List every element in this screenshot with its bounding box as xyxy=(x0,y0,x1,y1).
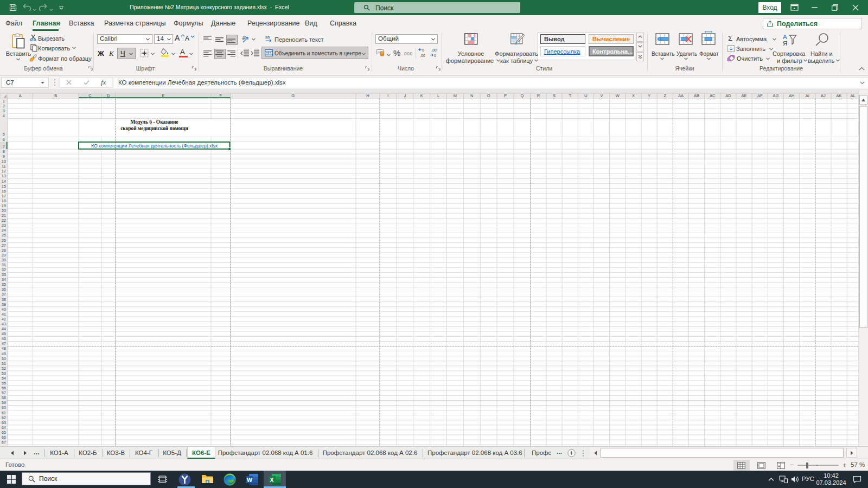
svg-text:40: 40 xyxy=(2,307,6,311)
svg-text:3: 3 xyxy=(3,109,5,113)
svg-text:15: 15 xyxy=(2,184,6,188)
svg-text:N: N xyxy=(470,93,473,98)
svg-text:AL: AL xyxy=(851,93,856,98)
svg-text:10: 10 xyxy=(2,159,6,163)
svg-text:33: 33 xyxy=(2,273,6,277)
svg-text:35: 35 xyxy=(2,282,6,286)
svg-text:44: 44 xyxy=(2,327,6,331)
svg-text:46: 46 xyxy=(2,337,6,341)
svg-text:AK: AK xyxy=(837,93,842,98)
svg-text:0: 0 xyxy=(434,54,436,57)
svg-text:49: 49 xyxy=(2,352,6,356)
svg-text:34: 34 xyxy=(2,278,6,281)
svg-text:7: 7 xyxy=(3,145,5,149)
svg-text:M: M xyxy=(454,93,457,98)
svg-text:5: 5 xyxy=(3,132,5,136)
svg-text:U: U xyxy=(584,93,587,98)
svg-text:6: 6 xyxy=(3,138,5,142)
svg-text:G: G xyxy=(291,93,295,98)
svg-text:AE: AE xyxy=(742,93,747,98)
svg-text:,00: ,00 xyxy=(431,48,437,52)
svg-text:J: J xyxy=(404,93,406,98)
svg-text:45: 45 xyxy=(2,332,6,336)
svg-text:21: 21 xyxy=(2,214,6,217)
svg-text:55: 55 xyxy=(2,381,6,385)
svg-text:13: 13 xyxy=(2,174,6,178)
svg-text:56: 56 xyxy=(2,386,6,390)
svg-text:А: А xyxy=(783,34,787,40)
svg-text:O: O xyxy=(487,93,490,98)
svg-text:S: S xyxy=(553,93,556,98)
svg-text:38: 38 xyxy=(2,298,6,301)
svg-text:65: 65 xyxy=(2,431,6,434)
svg-text:P: P xyxy=(504,93,507,98)
svg-text:Y: Y xyxy=(648,93,650,98)
svg-text:51: 51 xyxy=(2,362,6,365)
svg-text:67: 67 xyxy=(2,440,6,444)
svg-text:25: 25 xyxy=(2,233,6,237)
svg-text:9: 9 xyxy=(3,155,5,158)
svg-text:23: 23 xyxy=(2,223,6,227)
svg-text:ab: ab xyxy=(265,35,270,40)
svg-text:29: 29 xyxy=(2,253,6,257)
svg-text:57: 57 xyxy=(2,391,6,395)
svg-text:37: 37 xyxy=(2,292,6,296)
svg-text:V: V xyxy=(601,93,603,98)
svg-text:20: 20 xyxy=(2,209,6,213)
svg-text:2: 2 xyxy=(3,104,5,108)
svg-text:11: 11 xyxy=(2,164,5,168)
svg-text:КО компетенции Лечебная деятел: КО компетенции Лечебная деятельность (Фе… xyxy=(91,143,218,149)
svg-text:32: 32 xyxy=(2,268,6,272)
svg-text:17: 17 xyxy=(2,194,6,198)
svg-text:T: T xyxy=(569,93,571,98)
svg-text:30: 30 xyxy=(2,258,6,262)
svg-text:H: H xyxy=(366,93,369,98)
svg-text:AF: AF xyxy=(757,93,763,98)
svg-text:66: 66 xyxy=(2,435,6,439)
svg-text:18: 18 xyxy=(2,199,6,203)
svg-text:64: 64 xyxy=(2,426,6,429)
svg-text:AC: AC xyxy=(710,93,716,98)
svg-text:12: 12 xyxy=(2,169,6,173)
svg-text:AG: AG xyxy=(773,93,778,98)
svg-text:4: 4 xyxy=(3,114,5,118)
svg-text:58: 58 xyxy=(2,396,6,400)
svg-text:скорой медицинской помощи: скорой медицинской помощи xyxy=(120,126,188,131)
svg-text:48: 48 xyxy=(2,346,6,350)
svg-text:AI: AI xyxy=(806,93,809,98)
svg-text:28: 28 xyxy=(2,248,6,252)
svg-text:8: 8 xyxy=(3,150,5,153)
svg-text:R: R xyxy=(537,93,540,98)
svg-text:,00: ,00 xyxy=(420,54,425,57)
svg-text:31: 31 xyxy=(2,263,6,267)
svg-text:I: I xyxy=(387,93,388,98)
svg-text:60: 60 xyxy=(2,406,6,409)
svg-text:Я: Я xyxy=(783,40,787,47)
svg-text:Q: Q xyxy=(520,93,524,98)
svg-text:36: 36 xyxy=(2,287,6,291)
svg-text:B: B xyxy=(54,93,57,98)
svg-text:27: 27 xyxy=(2,243,6,247)
svg-text:59: 59 xyxy=(2,401,6,404)
svg-text:43: 43 xyxy=(2,322,6,326)
svg-text:1: 1 xyxy=(3,99,5,103)
svg-text:AH: AH xyxy=(789,93,794,98)
svg-text:0: 0 xyxy=(422,48,424,52)
svg-text:16: 16 xyxy=(2,189,6,193)
svg-text:24: 24 xyxy=(2,228,6,232)
svg-text:K: K xyxy=(420,93,423,98)
svg-text:14: 14 xyxy=(2,179,6,183)
svg-text:63: 63 xyxy=(2,421,6,425)
svg-text:52: 52 xyxy=(2,367,6,370)
svg-text:X: X xyxy=(632,93,635,98)
svg-text:19: 19 xyxy=(2,204,6,208)
svg-text:A: A xyxy=(19,93,22,98)
svg-text:W: W xyxy=(247,477,252,483)
svg-text:AA: AA xyxy=(678,93,684,98)
svg-text:42: 42 xyxy=(2,317,6,321)
svg-text:39: 39 xyxy=(2,303,6,306)
svg-text:X: X xyxy=(270,477,274,483)
svg-text:ab: ab xyxy=(240,34,247,41)
svg-text:61: 61 xyxy=(2,411,6,415)
svg-text:62: 62 xyxy=(2,416,6,420)
